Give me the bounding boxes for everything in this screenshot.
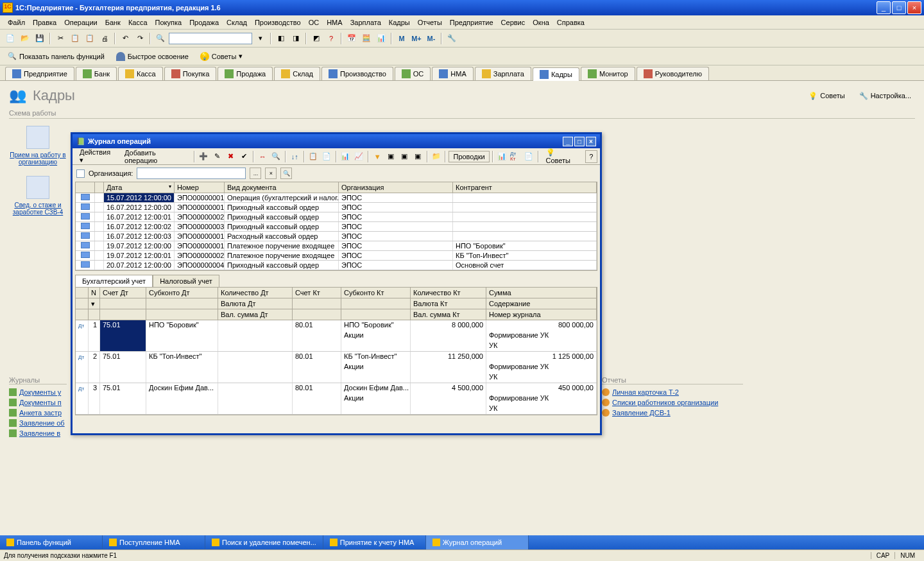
task-nma-in[interactable]: Поступление НМА [103,535,205,549]
tb-find-icon[interactable]: 🔍 [270,150,282,163]
tab-kadry[interactable]: Кадры [533,67,579,81]
menu-nma[interactable]: НМА [323,17,346,28]
provodki-button[interactable]: Проводки [449,151,489,162]
find-icon[interactable]: 🔍 [154,32,167,45]
detail-row[interactable]: ДтКт275.01КБ "Топ-Инвест"80.01КБ "Топ-Ин… [76,352,597,383]
close-button[interactable]: × [907,1,921,14]
menu-sklad[interactable]: Склад [223,17,251,28]
dialog-maximize-button[interactable]: □ [574,137,585,146]
sidebar-item-szv4[interactable]: Свед. о стаже и заработке СЗВ-4 [9,176,67,216]
tab-kassa[interactable]: Касса [118,67,163,80]
grid-body[interactable]: 15.07.2012 12:00:00ЭПО00000001Операция (… [76,193,597,270]
mminus-button[interactable]: M- [425,32,438,45]
tab-manager[interactable]: Руководителю [637,67,709,80]
menu-kadry[interactable]: Кадры [385,17,414,28]
journal-link[interactable]: Заявление об [9,419,67,427]
table-row[interactable]: 19.07.2012 12:00:00ЭПО00000001Платежное … [76,241,597,251]
menu-enterprise[interactable]: Предприятие [446,17,497,28]
tab-sklad[interactable]: Склад [274,67,320,80]
tb-mark-icon[interactable]: ✔ [238,150,250,163]
tab-buh[interactable]: Бухгалтерский учет [75,275,153,287]
tab-bank[interactable]: Банк [76,67,117,80]
table-row[interactable]: 16.07.2012 12:00:02ЭПО00000003Приходный … [76,222,597,232]
quick-button[interactable]: Быстрое освоение [112,51,193,62]
dialog-minimize-button[interactable]: _ [563,137,573,146]
tb-icon-4[interactable]: 📊 [375,32,388,45]
org-more-button[interactable]: ... [250,168,261,179]
menu-kassa[interactable]: Касса [124,17,151,28]
calendar-icon[interactable]: 📅 [345,32,358,45]
help-icon[interactable]: ? [325,32,338,45]
org-search-button[interactable]: 🔍 [280,168,292,179]
report-link[interactable]: Списки работников организации [602,399,743,406]
minimize-button[interactable]: _ [877,1,891,14]
tab-nalog[interactable]: Налоговый учет [153,275,219,287]
tb-icon-2[interactable]: ◨ [289,32,302,45]
detail-row[interactable]: ДтКт175.01НПО "Боровик"80.01НПО "Боровик… [76,320,597,352]
print-icon[interactable]: 🖨 [98,32,111,45]
table-row[interactable]: 15.07.2012 12:00:00ЭПО00000001Операция (… [76,193,597,203]
table-row[interactable]: 16.07.2012 12:00:03ЭПО00000001Расходный … [76,232,597,241]
menu-windows[interactable]: Окна [529,17,553,28]
detail-body[interactable]: ДтКт175.01НПО "Боровик"80.01НПО "Боровик… [76,320,597,415]
menu-service[interactable]: Сервис [497,17,529,28]
tab-purchase[interactable]: Покупка [164,67,217,80]
tab-salary[interactable]: Зарплата [475,67,531,80]
table-row[interactable]: 16.07.2012 12:00:00ЭПО00000001Приходный … [76,203,597,212]
tb-i10-icon[interactable]: ▣ [398,150,411,163]
tb-i14-icon[interactable]: 📄 [523,150,535,163]
org-clear-button[interactable]: × [265,168,277,179]
journal-link[interactable]: Заявление в [9,429,67,437]
open-icon[interactable]: 📂 [19,32,31,45]
actions-button[interactable]: Действия ▾ [75,146,119,166]
page-settings-button[interactable]: 🔧Настройка... [855,91,915,101]
tb-i8-icon[interactable]: 📈 [353,150,365,163]
menu-purchase[interactable]: Покупка [151,17,186,28]
tb-i11-icon[interactable]: ▣ [412,150,424,163]
task-search-del[interactable]: Поиск и удаление помечен... [205,535,323,549]
task-journal[interactable]: Журнал операций [426,535,529,549]
search-input[interactable] [169,33,252,44]
tb-i9-icon[interactable]: ▣ [385,150,397,163]
journal-link[interactable]: Документы у [9,388,67,396]
detail-row[interactable]: ДтКт375.01Доскин Ефим Дав...80.01Доскин … [76,383,597,415]
paste-icon[interactable]: 📋 [83,32,96,45]
cut-icon[interactable]: ✂ [54,32,67,45]
tb-edit-icon[interactable]: ✎ [211,150,223,163]
tab-os[interactable]: ОС [395,67,431,80]
journal-link[interactable]: Анкета застр [9,409,67,417]
menu-production[interactable]: Производство [251,17,305,28]
page-advice-button[interactable]: 💡Советы [805,91,848,101]
dialog-close-button[interactable]: × [586,137,596,146]
tb-refresh-icon[interactable]: ↓↑ [289,150,301,163]
menu-help[interactable]: Справка [553,17,588,28]
dropdown-icon[interactable]: ▾ [254,32,267,45]
journal-link[interactable]: Документы п [9,399,67,406]
tb-i6-icon[interactable]: 📄 [321,150,333,163]
tb-range-icon[interactable]: ↔ [257,150,269,163]
m-button[interactable]: M [395,32,408,45]
undo-icon[interactable]: ↶ [119,32,132,45]
menu-salary[interactable]: Зарплата [346,17,385,28]
report-link[interactable]: Заявление ДСВ-1 [602,409,743,417]
table-row[interactable]: 19.07.2012 12:00:01ЭПО00000002Платежное … [76,251,597,261]
tb-i5-icon[interactable]: 📋 [307,150,320,163]
tab-production[interactable]: Производство [321,67,393,80]
maximize-button[interactable]: □ [892,1,906,14]
table-row[interactable]: 16.07.2012 12:00:01ЭПО00000002Приходный … [76,212,597,222]
calc-icon[interactable]: 🧮 [360,32,373,45]
menu-sale[interactable]: Продажа [185,17,223,28]
menu-bank[interactable]: Банк [101,17,124,28]
add-operation-button[interactable]: Добавить операцию [120,147,191,166]
tb-icon-1[interactable]: ◧ [275,32,287,45]
tb-dtkt-icon[interactable]: ДтКт [509,150,522,163]
menu-operations[interactable]: Операции [60,17,101,28]
menu-edit[interactable]: Правка [29,17,60,28]
tb-i13-icon[interactable]: 📊 [496,150,508,163]
tb-add-icon[interactable]: ➕ [198,150,210,163]
tb-i7-icon[interactable]: 📊 [339,150,352,163]
new-doc-icon[interactable]: 📄 [4,32,17,45]
advice-button[interactable]: 💡Советы ▾ [196,51,246,62]
dialog-help-button[interactable]: ? [585,150,597,163]
copy-icon[interactable]: 📋 [69,32,81,45]
